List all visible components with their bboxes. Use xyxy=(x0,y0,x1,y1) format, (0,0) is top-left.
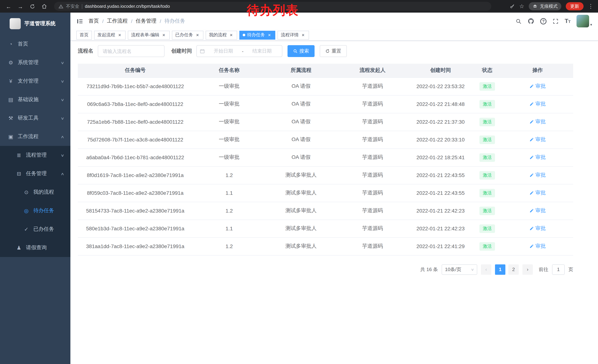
browser-menu-icon[interactable]: ⋮ xyxy=(588,3,594,10)
sidebar-item-workflow[interactable]: ▣工作流程∧ xyxy=(0,127,70,146)
approve-link[interactable]: 审批 xyxy=(530,172,546,178)
page-button-2[interactable]: 2 xyxy=(508,264,519,275)
fullscreen-icon[interactable] xyxy=(552,18,559,24)
tab-label: 我的流程 xyxy=(209,32,227,38)
status-badge: 激活 xyxy=(479,242,495,251)
sidebar-item-leave-query[interactable]: ♟请假查询 xyxy=(0,238,70,257)
font-size-icon[interactable]: TT xyxy=(565,18,571,24)
close-tab-icon[interactable]: × xyxy=(117,32,122,38)
initiator-cell: 芋道源码 xyxy=(336,131,409,148)
approve-link[interactable]: 审批 xyxy=(530,243,546,250)
url-text[interactable]: dashboard.yudao.iocoder.cn/bpm/task/todo xyxy=(85,4,170,9)
approve-link[interactable]: 审批 xyxy=(530,83,546,90)
breadcrumb-item[interactable]: 任务管理 xyxy=(136,18,157,24)
bookmark-star-icon[interactable]: ☆ xyxy=(519,3,524,10)
security-label[interactable]: 不安全 xyxy=(66,3,79,9)
close-tab-icon[interactable]: × xyxy=(195,32,200,38)
task-id-cell: 73211d9d-7b9b-11ec-b5b7-acde48001122 xyxy=(78,77,193,95)
sidebar-item-infrastructure[interactable]: ▤基础设施∨ xyxy=(0,90,70,109)
approve-link[interactable]: 审批 xyxy=(530,101,546,107)
page-button-1[interactable]: 1 xyxy=(495,264,505,275)
date-range-picker[interactable]: 开始日期 - 结束日期 xyxy=(196,45,282,57)
approve-link[interactable]: 审批 xyxy=(530,207,546,214)
page-content: 流程名 创建时间 开始日期 - 结束日期 搜索 重置 xyxy=(78,45,573,275)
logo[interactable]: 芋道管理系统 xyxy=(0,13,70,35)
back-button[interactable]: ← xyxy=(4,1,13,11)
initiator-cell: 芋道源码 xyxy=(336,113,409,131)
approve-link[interactable]: 审批 xyxy=(530,136,546,143)
sidebar-item-payment-management[interactable]: ¥支付管理∨ xyxy=(0,72,70,90)
sidebar-item-home[interactable]: ◔首页 xyxy=(0,35,70,53)
breadcrumb-item: 待办任务 xyxy=(165,18,185,24)
prev-page-button[interactable]: ‹ xyxy=(481,264,491,275)
key-icon[interactable] xyxy=(509,4,515,9)
approve-link[interactable]: 审批 xyxy=(530,119,546,125)
edit-pencil-icon xyxy=(530,191,534,195)
initiator-cell: 芋道源码 xyxy=(336,166,409,184)
status-cell: 激活 xyxy=(472,148,502,166)
task-id-cell: 58154733-7ac8-11ec-a9e2-a2380e71991a xyxy=(78,202,193,219)
sidebar-item-my-process[interactable]: ⊙我的流程 xyxy=(0,183,70,202)
user-menu[interactable]: ▾ xyxy=(576,15,592,27)
task-id-cell: 381aa1dd-7ac8-11ec-a9e2-a2380e71991a xyxy=(78,237,193,255)
sidebar-item-dev-tools[interactable]: ⚒研发工具∨ xyxy=(0,109,70,127)
breadcrumb-item[interactable]: 首页 xyxy=(89,18,99,24)
tab-done-tasks[interactable]: 已办任务× xyxy=(172,31,203,40)
tab-todo-tasks[interactable]: 待办任务× xyxy=(239,31,275,40)
next-page-button[interactable]: › xyxy=(523,264,533,275)
browser-update-button[interactable]: 更新 xyxy=(566,2,583,10)
chevron-up-icon: ∧ xyxy=(60,172,64,176)
tabs-bar: 首页发起流程×流程表单-编辑×已办任务×我的流程×待办任务×流程详情× xyxy=(70,30,598,41)
close-tab-icon[interactable]: × xyxy=(161,32,166,38)
page-size-select[interactable]: 10条/页 ∨ xyxy=(442,264,477,275)
initiator-cell: 芋道源码 xyxy=(336,237,409,255)
tab-process-detail[interactable]: 流程详情× xyxy=(277,31,309,40)
not-secure-icon xyxy=(58,4,63,9)
task-id-cell: 8f059c03-7ac8-11ec-a9e2-a2380e71991a xyxy=(78,184,193,202)
tab-my-process[interactable]: 我的流程× xyxy=(206,31,237,40)
sidebar-item-task-management[interactable]: ⊟任务管理∧ xyxy=(0,164,70,183)
close-tab-icon[interactable]: × xyxy=(300,32,306,38)
close-tab-icon[interactable]: × xyxy=(267,32,272,38)
approve-link[interactable]: 审批 xyxy=(530,154,546,161)
person-icon: ♟ xyxy=(16,245,22,251)
approve-link[interactable]: 审批 xyxy=(530,190,546,196)
reset-button[interactable]: 重置 xyxy=(320,45,347,57)
tab-label: 首页 xyxy=(80,32,89,38)
infrastructure-icon: ▤ xyxy=(8,97,14,103)
home-button[interactable] xyxy=(39,1,49,11)
breadcrumb-item[interactable]: 工作流程 xyxy=(107,18,128,24)
process-name-input[interactable] xyxy=(98,45,165,57)
table-row: 75d72608-7b7f-11ec-a3c8-acde48001122一级审批… xyxy=(78,131,573,148)
status-cell: 激活 xyxy=(472,95,502,113)
reload-button[interactable] xyxy=(27,1,37,11)
sidebar-item-todo-tasks[interactable]: ◎待办任务 xyxy=(0,202,70,220)
help-icon[interactable]: ? xyxy=(540,18,547,24)
tab-home[interactable]: 首页 xyxy=(76,31,92,40)
tab-launch-process[interactable]: 发起流程× xyxy=(94,31,126,40)
dashboard-icon: ◔ xyxy=(8,41,14,47)
created-cell: 2022-01-21 22:41:29 xyxy=(409,237,472,255)
edit-pencil-icon xyxy=(530,102,534,106)
sidebar-item-label: 流程管理 xyxy=(26,152,47,159)
goto-page-input[interactable] xyxy=(552,264,565,275)
approve-link[interactable]: 审批 xyxy=(530,225,546,232)
close-tab-icon[interactable]: × xyxy=(229,32,234,38)
sidebar-toggle-button[interactable] xyxy=(76,18,83,25)
navbar-actions: ? TT ▾ xyxy=(515,15,592,27)
sidebar-item-label: 请假查询 xyxy=(26,244,47,251)
github-icon[interactable] xyxy=(528,18,534,24)
edit-pencil-icon xyxy=(530,226,534,231)
sidebar-item-process-management[interactable]: ≣流程管理∨ xyxy=(0,146,70,164)
search-icon[interactable] xyxy=(515,18,522,24)
search-button[interactable]: 搜索 xyxy=(288,45,315,57)
task-id-cell: a6aba0a4-7b6d-11ec-b781-acde48001122 xyxy=(78,148,193,166)
process-cell: 测试多审批人 xyxy=(266,237,336,255)
status-cell: 激活 xyxy=(472,184,502,202)
sidebar-item-done-tasks[interactable]: ✓已办任务 xyxy=(0,220,70,238)
forward-button[interactable]: → xyxy=(16,1,25,11)
initiator-cell: 芋道源码 xyxy=(336,219,409,237)
tab-process-form-edit[interactable]: 流程表单-编辑× xyxy=(128,31,170,40)
sidebar-item-system-management[interactable]: ⚙系统管理∨ xyxy=(0,53,70,72)
range-separator: - xyxy=(242,48,244,54)
